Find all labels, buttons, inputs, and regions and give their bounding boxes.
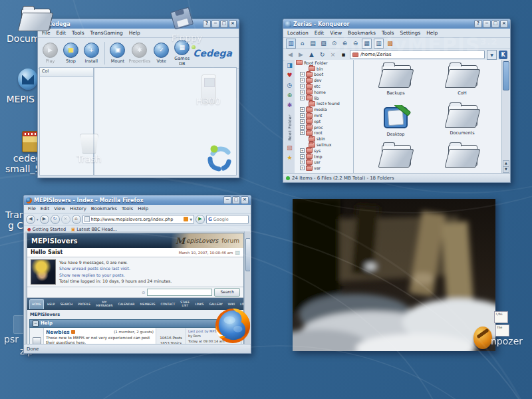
home-icon[interactable]: ⌂ — [72, 215, 81, 224]
collapse-category-icon[interactable]: − — [33, 321, 39, 327]
board-row-newbies[interactable]: Newbies (1 member, 2 guests) Those new t… — [30, 328, 241, 344]
desktop-icon-h300-label[interactable]: H300 — [178, 96, 238, 106]
stop-button[interactable]: ■Stop — [61, 43, 80, 64]
help-window-button[interactable]: ? — [203, 20, 211, 28]
root-folder-tab[interactable]: Root Folder — [287, 114, 292, 141]
folder-partial[interactable] — [432, 145, 492, 170]
menu-help[interactable]: Help — [138, 206, 148, 211]
maximize-button[interactable]: □ — [220, 20, 228, 28]
tree-item-root[interactable]: Root Folder — [295, 60, 353, 66]
up-icon[interactable]: ▲ — [307, 51, 316, 59]
tree-item[interactable]: +home — [295, 89, 353, 95]
help-window-button[interactable]: ? — [474, 20, 482, 28]
vote-button[interactable]: ✓Vote — [152, 43, 171, 64]
tab-profile[interactable]: PROFILE — [76, 299, 92, 309]
expander-icon[interactable]: + — [300, 90, 305, 94]
folder-partial[interactable] — [366, 145, 426, 170]
tree-item[interactable]: +opt — [295, 118, 353, 124]
menu-view[interactable]: View — [54, 206, 65, 211]
search-bar[interactable]: G — [206, 215, 249, 224]
play-button[interactable]: ▶Play — [41, 43, 60, 64]
tab-home[interactable]: HOME — [29, 299, 44, 309]
web-search-input[interactable] — [213, 217, 247, 222]
folder-desktop[interactable]: Desktop — [366, 105, 426, 137]
scroll-down-icon[interactable]: ▼ — [503, 166, 509, 173]
board-newbies-link[interactable]: Newbies — [46, 329, 70, 335]
tree-item[interactable]: +var — [295, 165, 353, 171]
folder-documents[interactable]: Documents — [432, 105, 492, 136]
reload-icon[interactable]: ↻ — [51, 215, 60, 224]
minimize-button[interactable]: − — [483, 20, 491, 28]
desktop-icon-floppy-label[interactable]: Floppy — [150, 33, 223, 43]
expander-icon[interactable]: + — [300, 166, 305, 170]
reload-icon[interactable]: ↻ — [318, 51, 327, 59]
url-dropdown-icon[interactable]: ▼ — [190, 217, 192, 221]
desktop-icon-kompozer-label[interactable]: npozer — [491, 336, 532, 346]
minimize-button[interactable]: − — [223, 196, 231, 204]
tree-item[interactable]: selinux — [295, 142, 353, 148]
expander-icon[interactable]: + — [300, 148, 305, 153]
tree-item[interactable]: +boot — [295, 72, 353, 78]
go-icon[interactable]: ▶ — [196, 215, 205, 224]
expander-icon[interactable]: + — [300, 107, 305, 112]
tree-item[interactable]: lost+found — [295, 101, 353, 107]
network-sidebar-icon[interactable]: ⊛ — [287, 92, 293, 98]
documents-folder-icon[interactable] — [20, 9, 43, 29]
cedega-titlebar[interactable]: Cedega ? − □ × — [38, 19, 239, 29]
mount-button[interactable]: ▣Mount — [108, 43, 128, 64]
tab-search[interactable]: SEARCH — [59, 299, 75, 309]
close-button[interactable]: × — [500, 20, 508, 28]
tree-item[interactable]: +proc — [295, 124, 353, 130]
kompozer-icon[interactable] — [473, 327, 492, 349]
konqueror-tree-panel[interactable]: Root Folder bin +boot +dev +etc +home +l… — [295, 60, 354, 173]
games-db-button[interactable]: ▦Games DB — [172, 40, 192, 66]
tree-item[interactable]: +sys — [295, 148, 353, 154]
tab-contact[interactable]: CONTACT — [159, 299, 178, 309]
konqueror-titlebar[interactable]: Zerias - Konqueror ? − □ × — [283, 19, 510, 29]
expander-icon[interactable]: + — [300, 84, 305, 88]
menu-history[interactable]: History — [70, 206, 86, 211]
properties-button[interactable]: ✱Properties — [128, 43, 150, 64]
forward-icon[interactable]: ▶ — [40, 215, 49, 224]
stop-icon[interactable]: × — [61, 215, 70, 224]
expander-icon[interactable]: + — [300, 119, 305, 124]
star-sidebar-icon[interactable]: ★ — [287, 154, 292, 161]
expander-icon[interactable]: + — [300, 160, 305, 164]
minimize-button[interactable]: − — [211, 20, 219, 28]
tree-item[interactable]: +lib — [295, 95, 353, 101]
url-bar[interactable]: ▼ — [82, 215, 194, 224]
expander-icon[interactable]: + — [300, 78, 305, 82]
close-button[interactable]: × — [229, 20, 237, 28]
bookmarks-sidebar-icon[interactable]: ♥ — [287, 72, 292, 78]
tree-item[interactable]: +root — [295, 130, 353, 136]
firefox-titlebar[interactable]: MEPISlovers - Index - Mozilla Firefox − … — [24, 196, 251, 205]
back-icon[interactable]: ◀ — [26, 215, 35, 224]
tree-item[interactable]: +etc — [295, 83, 353, 89]
menu-transgaming[interactable]: TransGaming — [90, 30, 123, 36]
tree-item[interactable]: +media — [295, 106, 353, 112]
tab-my-messages[interactable]: MY MESSAGES — [94, 299, 114, 309]
menu-file[interactable]: File — [28, 206, 36, 211]
trash-icon[interactable] — [80, 134, 98, 154]
tab-calendar[interactable]: CALENDAR — [116, 299, 136, 309]
back-icon[interactable]: ◀ — [286, 51, 295, 59]
services-sidebar-icon[interactable]: ✱ — [287, 102, 293, 108]
folder-backups[interactable]: Backups — [366, 65, 426, 96]
expander-icon[interactable]: + — [300, 96, 305, 100]
text-file-preview-icon[interactable]: The — [495, 325, 509, 336]
expander-icon[interactable]: + — [300, 125, 305, 130]
firefox-logo-icon[interactable] — [213, 307, 252, 348]
unread-posts-link[interactable]: Show unread posts since last visit. — [59, 265, 172, 271]
video-window[interactable] — [293, 199, 495, 351]
up-folder-icon[interactable]: ▤ — [309, 39, 317, 48]
url-input[interactable] — [91, 217, 183, 222]
expander-icon[interactable]: + — [300, 130, 305, 135]
forward-icon[interactable]: ▶ — [297, 51, 305, 59]
menu-edit[interactable]: Edit — [57, 30, 66, 36]
scrollbar-thumb[interactable] — [245, 238, 250, 271]
script-file-preview-icon[interactable]: !/bi — [494, 311, 508, 323]
files-scrollbar[interactable]: ▲ ▼ — [501, 60, 509, 173]
collapse-userinfo-icon[interactable]: ▤ — [235, 249, 240, 255]
konqueror-files-panel[interactable]: Backups CoH Desktop Documents — [354, 60, 502, 173]
tree-item[interactable]: sbin — [295, 136, 353, 142]
